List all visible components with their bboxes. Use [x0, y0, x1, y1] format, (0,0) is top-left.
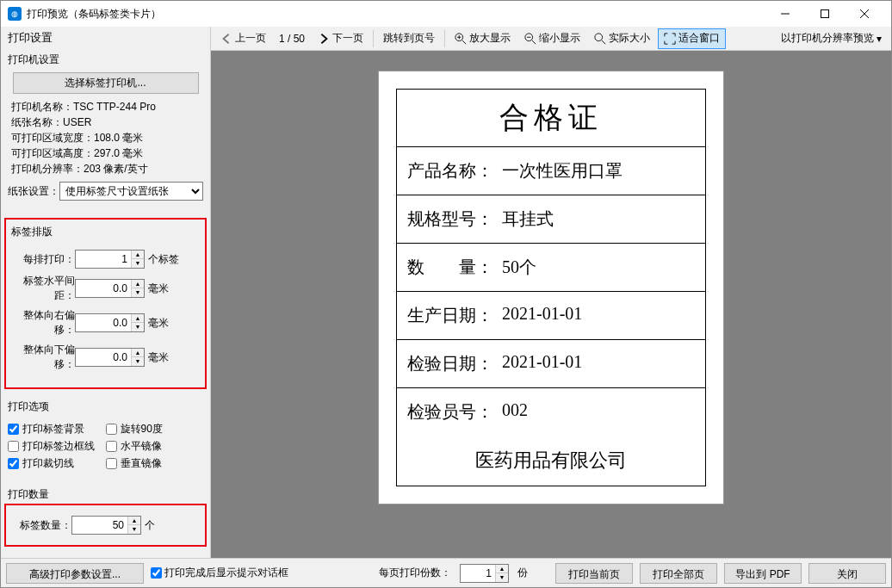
print-qty-group: 打印数量 标签数量： ▲▼ 个	[4, 486, 207, 547]
paper-setting-select[interactable]: 使用标签尺寸设置纸张	[59, 182, 203, 201]
cert-company: 医药用品有限公司	[397, 436, 705, 486]
next-page-button[interactable]: 下一页	[312, 28, 369, 49]
down-offset-label: 整体向下偏移：	[11, 343, 75, 372]
paper-setting-label: 纸张设置：	[8, 184, 59, 199]
show-prompt-checkbox[interactable]: 打印完成后显示提示对话框	[151, 566, 288, 580]
maximize-button[interactable]	[805, 1, 845, 27]
preview-canvas[interactable]: 合格证 产品名称：一次性医用口罩规格型号：耳挂式数 量：50个生产日期：2021…	[211, 51, 891, 558]
vmirror-checkbox[interactable]: 垂直镜像	[106, 456, 204, 471]
close-page-button[interactable]: 关闭	[808, 563, 886, 584]
label-layout-group: 标签排版 每排打印： ▲▼ 个标签 标签水平间距： ▲▼ 毫米 整体向右偏移：	[4, 218, 207, 389]
cert-value: 耳挂式	[502, 207, 695, 231]
qty-spinner[interactable]: ▲▼	[71, 516, 141, 535]
cert-value: 一次性医用口罩	[502, 159, 695, 183]
copies-label: 每页打印份数：	[379, 566, 451, 580]
zoom-in-button[interactable]: 放大显示	[449, 28, 517, 49]
layout-group-title: 标签排版	[8, 223, 203, 241]
print-bg-checkbox[interactable]: 打印标签背景	[8, 422, 106, 436]
print-height: 可打印区域高度：297.0 毫米	[8, 145, 203, 161]
cert-row: 生产日期：2021-01-01	[397, 292, 705, 340]
cert-key: 检验员号：	[407, 400, 502, 424]
cert-value: 002	[502, 400, 695, 424]
preview-main: 上一页 1 / 50 下一页 跳转到页号 放大显示 缩小显示 实际大小 适合窗口…	[211, 27, 891, 558]
cert-key: 生产日期：	[407, 304, 502, 327]
down-offset-spinner[interactable]: ▲▼	[75, 348, 145, 367]
advanced-settings-button[interactable]: 高级打印参数设置...	[6, 563, 144, 584]
per-row-spinner[interactable]: ▲▼	[75, 250, 145, 269]
print-border-checkbox[interactable]: 打印标签边框线	[8, 439, 106, 454]
chevron-down-icon: ▾	[877, 33, 882, 45]
certificate-card: 合格证 产品名称：一次性医用口罩规格型号：耳挂式数 量：50个生产日期：2021…	[396, 89, 706, 486]
zoom-out-button[interactable]: 缩小显示	[518, 28, 586, 49]
cert-row: 产品名称：一次性医用口罩	[397, 147, 705, 195]
cert-row: 规格型号：耳挂式	[397, 195, 705, 244]
preview-page: 合格证 产品名称：一次性医用口罩规格型号：耳挂式数 量：50个生产日期：2021…	[379, 71, 723, 504]
cert-row: 检验日期：2021-01-01	[397, 340, 705, 388]
cert-value: 2021-01-01	[502, 352, 695, 375]
page-indicator: 1 / 50	[274, 33, 310, 45]
cert-key: 数 量：	[407, 256, 502, 279]
svg-line-5	[462, 40, 466, 43]
settings-sidebar: 打印设置 打印机设置 选择标签打印机... 打印机名称：TSC TTP-244 …	[1, 27, 211, 558]
print-current-button[interactable]: 打印当前页	[555, 563, 633, 584]
copies-spinner[interactable]: ▲▼	[460, 564, 509, 583]
preview-toolbar: 上一页 1 / 50 下一页 跳转到页号 放大显示 缩小显示 实际大小 适合窗口…	[211, 27, 891, 51]
hspace-label: 标签水平间距：	[11, 274, 75, 303]
cert-row: 检验员号：002	[397, 388, 705, 436]
svg-line-9	[532, 40, 536, 43]
print-options-group: 打印选项 打印标签背景 旋转90度 打印标签边框线 水平镜像 打印裁切线 垂直镜…	[4, 398, 207, 477]
select-printer-button[interactable]: 选择标签打印机...	[13, 72, 199, 94]
print-width: 可打印区域宽度：108.0 毫米	[8, 130, 203, 145]
printer-group-title: 打印机设置	[4, 51, 207, 69]
cert-row: 数 量：50个	[397, 244, 705, 292]
actual-size-button[interactable]: 实际大小	[588, 28, 656, 49]
cert-key: 产品名称：	[407, 159, 502, 183]
hmirror-checkbox[interactable]: 水平镜像	[106, 439, 204, 454]
copies-unit: 份	[517, 566, 528, 580]
svg-rect-1	[821, 10, 829, 18]
printer-dpi: 打印机分辨率：203 像素/英寸	[8, 161, 203, 176]
prev-page-button[interactable]: 上一页	[214, 28, 272, 49]
rotate90-checkbox[interactable]: 旋转90度	[106, 422, 204, 436]
cert-value: 50个	[502, 256, 695, 279]
svg-point-11	[595, 33, 603, 40]
print-preview-window: ◍ 打印预览（条码标签类卡片） 打印设置 打印机设置 选择标签打印机... 打印…	[0, 0, 892, 588]
printer-name: 打印机名称：TSC TTP-244 Pro	[8, 99, 203, 115]
printer-settings-group: 打印机设置 选择标签打印机... 打印机名称：TSC TTP-244 Pro 纸…	[4, 51, 207, 209]
right-offset-spinner[interactable]: ▲▼	[75, 313, 145, 332]
qty-group-title: 打印数量	[4, 486, 207, 504]
options-group-title: 打印选项	[4, 398, 207, 416]
app-icon: ◍	[8, 7, 22, 21]
export-pdf-button[interactable]: 导出到 PDF	[724, 563, 802, 584]
right-offset-label: 整体向右偏移：	[11, 308, 75, 337]
per-row-label: 每排打印：	[11, 252, 75, 267]
sidebar-header: 打印设置	[1, 28, 210, 49]
preview-mode-dropdown[interactable]: 以打印机分辨率预览 ▾	[775, 28, 888, 49]
footer-bar: 高级打印参数设置... 打印完成后显示提示对话框 每页打印份数： ▲▼ 份 打印…	[1, 558, 891, 587]
fit-window-button[interactable]: 适合窗口	[658, 28, 726, 49]
cert-title: 合格证	[397, 90, 705, 147]
minimize-button[interactable]	[765, 1, 805, 27]
paper-name: 纸张名称：USER	[8, 115, 203, 130]
print-cut-checkbox[interactable]: 打印裁切线	[8, 456, 106, 471]
qty-label: 标签数量：	[8, 518, 71, 533]
cert-value: 2021-01-01	[502, 304, 695, 327]
cert-key: 规格型号：	[407, 207, 502, 231]
svg-line-12	[602, 40, 605, 43]
print-all-button[interactable]: 打印全部页	[640, 563, 717, 584]
goto-page-button[interactable]: 跳转到页号	[377, 28, 441, 49]
window-title: 打印预览（条码标签类卡片）	[27, 7, 765, 22]
titlebar: ◍ 打印预览（条码标签类卡片）	[1, 1, 891, 27]
cert-key: 检验日期：	[407, 352, 502, 375]
close-button[interactable]	[845, 1, 884, 27]
hspace-spinner[interactable]: ▲▼	[75, 279, 145, 298]
